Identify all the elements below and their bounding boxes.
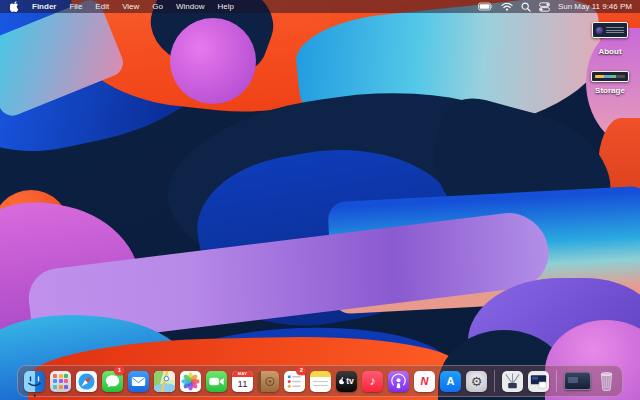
dock-item-maps[interactable] <box>153 368 176 395</box>
menu-bar-left: Finder File Edit View Go Window Help <box>0 0 234 13</box>
menu-window[interactable]: Window <box>176 0 204 13</box>
dock-separator <box>494 370 495 392</box>
wifi-icon[interactable] <box>501 2 513 11</box>
dock-item-facetime[interactable] <box>205 368 228 395</box>
dock: 1 <box>17 365 623 397</box>
launchpad-icon <box>50 371 71 392</box>
dock-separator <box>556 370 557 392</box>
documents-stack-icon <box>528 371 549 392</box>
calendar-day: 11 <box>232 377 253 392</box>
facetime-icon <box>206 371 227 392</box>
dock-item-news[interactable]: N <box>413 368 436 395</box>
battery-icon[interactable] <box>478 2 493 11</box>
mail-icon <box>128 371 149 392</box>
dock-item-system-settings[interactable]: ⚙ <box>465 368 488 395</box>
app-store-letter: A <box>447 376 455 387</box>
desktop-file-about[interactable]: About <box>586 22 634 56</box>
thumbnail-text-lines <box>606 27 624 33</box>
photos-icon <box>180 371 201 392</box>
news-letter: N <box>421 376 429 387</box>
menu-bar-clock[interactable]: Sun May 11 9:46 PM <box>558 2 632 11</box>
dock-item-tv[interactable]: tv <box>335 368 358 395</box>
dock-item-notes[interactable] <box>309 368 332 395</box>
dock-item-calendar[interactable]: MAY 11 <box>231 368 254 395</box>
menu-bar-status: Sun May 11 9:46 PM <box>478 2 640 12</box>
about-file-thumbnail <box>592 22 628 38</box>
podcasts-icon <box>388 371 409 392</box>
dock-item-contacts[interactable] <box>257 368 280 395</box>
tv-label: tv <box>346 376 354 386</box>
thumbnail-storage-bar <box>595 75 625 78</box>
apple-menu[interactable] <box>10 1 19 12</box>
trash-icon <box>598 370 615 392</box>
dock-item-safari[interactable] <box>75 368 98 395</box>
settings-gear-icon: ⚙ <box>466 371 487 392</box>
dock-item-reminders[interactable]: 2 <box>283 368 306 395</box>
thumbnail-graphic <box>596 27 603 34</box>
file-label: About <box>598 47 621 56</box>
running-indicator <box>33 394 36 397</box>
control-center-icon[interactable] <box>539 2 550 12</box>
messages-badge: 1 <box>114 366 125 375</box>
menu-help[interactable]: Help <box>217 0 233 13</box>
spotlight-search-icon[interactable] <box>521 2 531 12</box>
menu-file[interactable]: File <box>69 0 82 13</box>
contacts-icon <box>258 371 279 392</box>
storage-file-thumbnail <box>591 71 629 82</box>
dock-item-trash[interactable] <box>595 368 617 395</box>
dock-item-mail[interactable] <box>127 368 150 395</box>
dock-item-music[interactable]: ♪ <box>361 368 384 395</box>
notes-icon <box>310 371 331 392</box>
menu-go[interactable]: Go <box>152 0 163 13</box>
dock-item-photos[interactable] <box>179 368 202 395</box>
reminders-badge: 2 <box>296 366 307 375</box>
file-label: Storage <box>595 86 625 95</box>
desktop-wallpaper <box>0 0 640 400</box>
dock-item-minimized-window[interactable] <box>563 368 592 395</box>
finder-icon <box>24 371 45 392</box>
dock-item-launchpad[interactable] <box>49 368 72 395</box>
menu-view[interactable]: View <box>122 0 139 13</box>
menu-edit[interactable]: Edit <box>95 0 109 13</box>
dock-item-finder[interactable] <box>23 368 46 395</box>
dock-item-documents-stack[interactable] <box>527 368 550 395</box>
apple-logo-small-icon <box>339 377 345 385</box>
macos-desktop: Finder File Edit View Go Window Help <box>0 0 640 400</box>
safari-icon <box>76 371 97 392</box>
menu-bar: Finder File Edit View Go Window Help <box>0 0 640 13</box>
app-store-icon: A <box>440 371 461 392</box>
dock-item-app-store[interactable]: A <box>439 368 462 395</box>
menu-finder[interactable]: Finder <box>32 0 56 13</box>
desktop-file-storage[interactable]: Storage <box>586 71 634 95</box>
minimized-window-thumbnail <box>564 372 591 390</box>
dock-item-messages[interactable]: 1 <box>101 368 124 395</box>
apple-tv-icon: tv <box>336 371 357 392</box>
calendar-icon: MAY 11 <box>232 371 253 392</box>
maps-icon <box>154 371 175 392</box>
dock-item-podcasts[interactable] <box>387 368 410 395</box>
dock-item-downloads-stack[interactable] <box>501 368 524 395</box>
news-icon: N <box>414 371 435 392</box>
music-icon: ♪ <box>362 371 383 392</box>
apple-logo-icon <box>10 1 19 12</box>
music-note-glyph: ♪ <box>370 375 376 387</box>
wallpaper-shape <box>170 18 256 104</box>
gear-glyph: ⚙ <box>471 375 483 388</box>
downloads-stack-icon <box>502 371 523 392</box>
